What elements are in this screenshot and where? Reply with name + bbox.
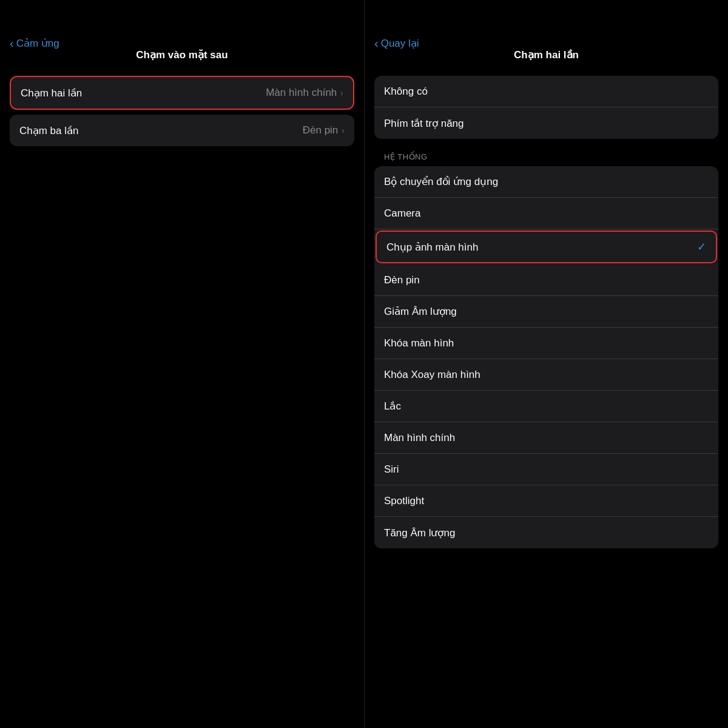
left-nav-bar: ‹ Cảm ứng Chạm vào mặt sau xyxy=(0,0,364,71)
giam-am-luong-label: Giảm Âm lượng xyxy=(384,305,457,318)
system-options-group: Bộ chuyển đổi ứng dụng Camera Chụp ảnh m… xyxy=(374,166,718,548)
left-panel: ‹ Cảm ứng Chạm vào mặt sau Chạm hai lần … xyxy=(0,0,364,728)
giam-am-luong-row[interactable]: Giảm Âm lượng xyxy=(374,296,718,328)
left-back-button[interactable]: ‹ Cảm ứng xyxy=(10,22,59,49)
right-back-label: Quay lại xyxy=(381,36,419,49)
left-back-chevron-icon: ‹ xyxy=(10,37,14,49)
camera-label: Camera xyxy=(384,207,420,220)
left-bottom-group: Chạm ba lần Đèn pin › xyxy=(10,115,354,146)
cham-ba-lan-row[interactable]: Chạm ba lần Đèn pin › xyxy=(10,115,354,146)
right-back-chevron-icon: ‹ xyxy=(374,37,379,49)
tang-am-luong-row[interactable]: Tăng Âm lượng xyxy=(374,517,718,548)
left-highlighted-group: Chạm hai lần Màn hình chính › xyxy=(10,76,354,110)
khoa-man-hinh-label: Khóa màn hình xyxy=(384,337,454,349)
chup-anh-man-hinh-label: Chụp ảnh màn hình xyxy=(386,241,478,254)
siri-label: Siri xyxy=(384,463,399,476)
checkmark-icon: ✓ xyxy=(697,240,706,254)
khong-co-label: Không có xyxy=(384,86,428,98)
left-content: Chạm hai lần Màn hình chính › Chạm ba lầ… xyxy=(0,71,364,728)
left-nav-title: Chạm vào mặt sau xyxy=(136,34,228,61)
left-back-label: Cảm ứng xyxy=(16,36,59,49)
cham-hai-lan-row[interactable]: Chạm hai lần Màn hình chính › xyxy=(11,77,353,109)
cham-hai-lan-value: Màn hình chính › xyxy=(266,87,343,99)
den-pin-label: Đèn pin xyxy=(384,274,420,286)
phim-tat-tro-nang-label: Phím tắt trợ năng xyxy=(384,117,464,130)
khoa-man-hinh-row[interactable]: Khóa màn hình xyxy=(374,328,718,359)
phim-tat-tro-nang-row[interactable]: Phím tắt trợ năng xyxy=(374,107,718,139)
he-thong-header: HỆ THỐNG xyxy=(374,144,718,166)
den-pin-row[interactable]: Đèn pin xyxy=(374,265,718,296)
man-hinh-chinh-row[interactable]: Màn hình chính xyxy=(374,422,718,454)
cham-ba-lan-value: Đèn pin › xyxy=(303,124,345,136)
spotlight-label: Spotlight xyxy=(384,495,424,507)
spotlight-row[interactable]: Spotlight xyxy=(374,485,718,517)
khong-co-row[interactable]: Không có xyxy=(374,76,718,107)
right-nav-title: Chạm hai lần xyxy=(514,34,579,61)
top-options-group: Không có Phím tắt trợ năng xyxy=(374,76,718,139)
man-hinh-chinh-label: Màn hình chính xyxy=(384,432,455,444)
bo-chuyen-doi-label: Bộ chuyển đổi ứng dụng xyxy=(384,175,498,188)
khoa-xoay-man-hinh-row[interactable]: Khóa Xoay màn hình xyxy=(374,359,718,391)
chup-anh-man-hinh-row[interactable]: Chụp ảnh màn hình ✓ xyxy=(376,231,717,263)
right-nav-bar: ‹ Quay lại Chạm hai lần xyxy=(365,0,728,71)
cham-ba-lan-chevron-icon: › xyxy=(342,126,345,135)
cham-hai-lan-chevron-icon: › xyxy=(340,88,343,98)
right-panel: ‹ Quay lại Chạm hai lần Không có Phím tắ… xyxy=(364,0,728,728)
lac-row[interactable]: Lắc xyxy=(374,391,718,422)
right-content: Không có Phím tắt trợ năng HỆ THỐNG Bộ c… xyxy=(365,71,728,728)
khoa-xoay-man-hinh-label: Khóa Xoay màn hình xyxy=(384,369,480,381)
camera-row[interactable]: Camera xyxy=(374,198,718,229)
bo-chuyen-doi-ung-dung-row[interactable]: Bộ chuyển đổi ứng dụng xyxy=(374,166,718,198)
siri-row[interactable]: Siri xyxy=(374,454,718,485)
tang-am-luong-label: Tăng Âm lượng xyxy=(384,527,455,539)
cham-hai-lan-label: Chạm hai lần xyxy=(21,87,82,99)
cham-ba-lan-label: Chạm ba lần xyxy=(19,124,78,137)
right-back-button[interactable]: ‹ Quay lại xyxy=(374,22,419,49)
lac-label: Lắc xyxy=(384,400,401,413)
